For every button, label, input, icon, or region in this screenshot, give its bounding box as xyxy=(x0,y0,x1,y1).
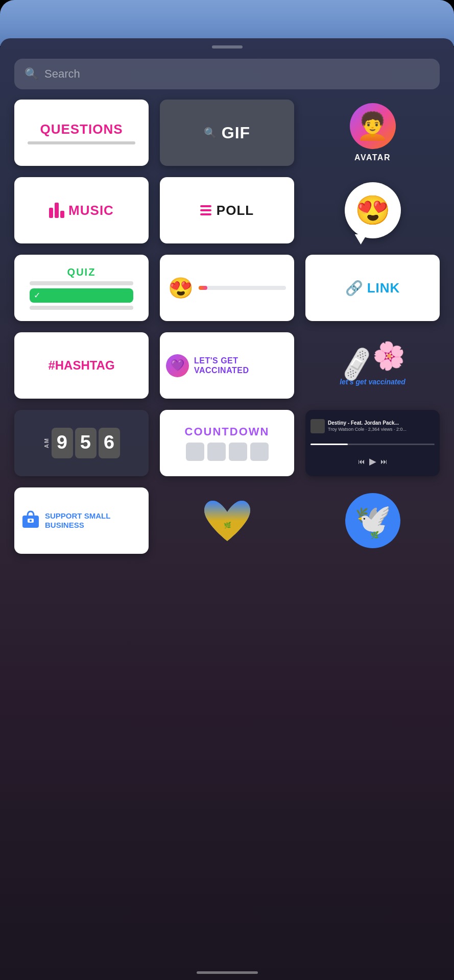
main-panel: 🔍 Search QUESTIONS 🔍 GIF 🧑‍🦱 AVA xyxy=(0,38,454,980)
quiz-bar-green: ✓ xyxy=(30,288,133,303)
sticker-vacc-art[interactable]: 🩹🌸 let's get vaccinated xyxy=(305,332,440,399)
music-thumb xyxy=(310,419,325,433)
sticker-support-small-business[interactable]: SUPPORT SMALL BUSINESS xyxy=(14,487,149,554)
clock-sec: 6 xyxy=(99,428,120,458)
link-icon: 🔗 xyxy=(345,280,363,297)
bag-icon xyxy=(20,508,41,533)
sticker-hashtag[interactable]: #HASHTAG xyxy=(14,332,149,399)
drag-handle[interactable] xyxy=(212,45,243,48)
sticker-dove[interactable]: 🕊️ 🌿 xyxy=(305,487,440,554)
sticker-questions[interactable]: QUESTIONS xyxy=(14,100,149,166)
sticker-quiz[interactable]: QUIZ ✓ xyxy=(14,255,149,321)
svg-text:🌿: 🌿 xyxy=(223,521,231,529)
sticker-heart[interactable]: 🌿 xyxy=(160,487,294,554)
search-placeholder: Search xyxy=(44,67,80,81)
music-controls: ⏮ ▶ ⏭ xyxy=(310,456,435,467)
slider-fill xyxy=(199,286,207,290)
sticker-music-player[interactable]: Destiny - Feat. Jordan Pack... Troy Wats… xyxy=(305,410,440,476)
sticker-gif[interactable]: 🔍 GIF xyxy=(160,100,294,166)
sticker-slider[interactable]: 😍 xyxy=(160,255,294,321)
svg-rect-2 xyxy=(30,520,32,522)
avatar-circle: 🧑‍🦱 xyxy=(350,103,396,149)
sticker-avatar[interactable]: 🧑‍🦱 AVATAR xyxy=(305,100,440,166)
questions-bar xyxy=(28,141,135,144)
music-info: Destiny - Feat. Jordan Pack... Troy Wats… xyxy=(328,420,407,432)
stickers-grid: QUESTIONS 🔍 GIF 🧑‍🦱 AVATAR xyxy=(14,100,440,554)
sticker-clock[interactable]: AM 9 5 6 xyxy=(14,410,149,476)
music-progress-fill xyxy=(310,444,348,445)
clock-min: 5 xyxy=(75,428,97,458)
music-progress xyxy=(310,444,435,445)
sticker-countdown[interactable]: COUNTDOWN xyxy=(160,410,294,476)
quiz-bar-top xyxy=(30,281,133,285)
sticker-vaccinated[interactable]: 💜 LET'S GET VACCINATED xyxy=(160,332,294,399)
emoji-bubble-icon: 😍 xyxy=(345,182,401,238)
search-icon: 🔍 xyxy=(25,67,38,81)
bandaid-emoji: 🩹🌸 xyxy=(337,336,409,384)
vacc-circle: 💜 xyxy=(166,354,189,377)
sticker-emoji-bubble[interactable]: 😍 xyxy=(305,177,440,243)
sticker-music[interactable]: MUSIC xyxy=(14,177,149,243)
sticker-poll[interactable]: POLL xyxy=(160,177,294,243)
slider-track xyxy=(199,286,286,290)
quiz-bar-bottom xyxy=(30,306,133,310)
svg-text:🌿: 🌿 xyxy=(370,531,379,540)
poll-lines xyxy=(200,205,211,215)
scroll-indicator[interactable] xyxy=(197,971,258,974)
sticker-link[interactable]: 🔗 LINK xyxy=(305,255,440,321)
clock-hour: 9 xyxy=(52,428,73,458)
music-bars xyxy=(49,203,64,218)
search-icon-gif: 🔍 xyxy=(204,127,217,139)
search-bar[interactable]: 🔍 Search xyxy=(14,59,440,89)
countdown-boxes xyxy=(186,443,269,461)
music-player-row: Destiny - Feat. Jordan Pack... Troy Wats… xyxy=(310,419,435,433)
